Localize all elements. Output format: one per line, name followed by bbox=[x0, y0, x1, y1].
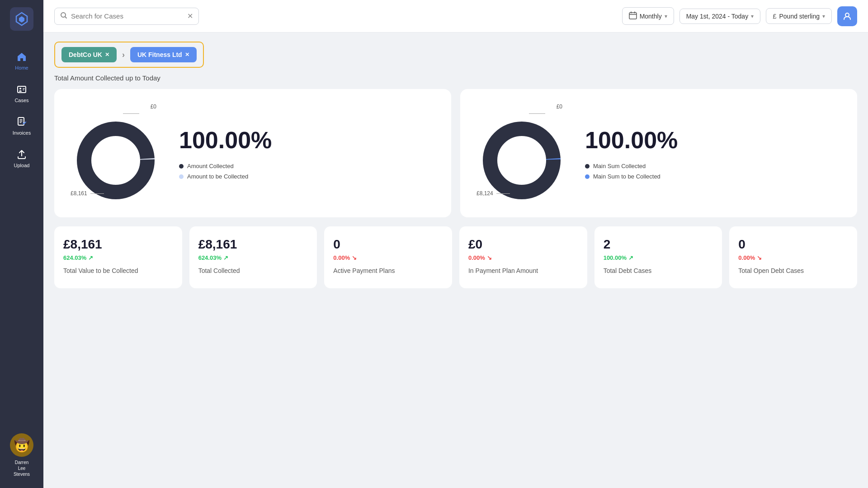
stat-label-0: Total Value to be Collected bbox=[63, 267, 173, 276]
filter-pill-ukfitness[interactable]: UK Fitness Ltd ✕ bbox=[130, 47, 197, 62]
stat-change-value-1: 624.03% bbox=[198, 254, 222, 261]
chart1-legend-item-0: Amount Collected bbox=[179, 163, 435, 169]
stat-card-1: £8,161 624.03% ↗ Total Collected bbox=[189, 226, 317, 288]
stat-change-value-0: 624.03% bbox=[63, 254, 86, 261]
stat-change-4: 100.00% ↗ bbox=[604, 254, 713, 261]
chart2-percentage: 100.00% bbox=[585, 127, 841, 154]
currency-dropdown[interactable]: £ Pound sterling ▾ bbox=[766, 8, 832, 24]
stat-label-5: Total Open Debt Cases bbox=[738, 267, 848, 276]
stat-value-3: £0 bbox=[468, 237, 578, 252]
stat-value-1: £8,161 bbox=[198, 237, 308, 252]
donut-svg-1 bbox=[75, 120, 156, 201]
sidebar: Home Cases Invoices bbox=[0, 0, 43, 488]
filter-row: DebtCo UK ✕ › UK Fitness Ltd ✕ bbox=[54, 42, 857, 68]
stat-change-arrow-2: ↘ bbox=[352, 254, 357, 261]
stat-card-3: £0 0.00% ↘ In Payment Plan Amount bbox=[459, 226, 587, 288]
chart-card-2: £0 £8,124 100.00% bbox=[460, 89, 857, 217]
filter-pill-debtco-close-icon[interactable]: ✕ bbox=[105, 52, 109, 58]
date-range-dropdown[interactable]: May 1st, 2024 - Today ▾ bbox=[679, 9, 760, 24]
svg-point-7 bbox=[84, 129, 147, 192]
stat-change-value-2: 0.00% bbox=[333, 254, 350, 261]
stat-change-5: 0.00% ↘ bbox=[738, 254, 848, 261]
stat-value-2: 0 bbox=[333, 237, 443, 252]
sidebar-item-invoices[interactable]: Invoices bbox=[0, 110, 43, 141]
stat-change-value-4: 100.00% bbox=[604, 254, 627, 261]
chart1-legend-dot-1 bbox=[179, 174, 184, 179]
avatar: 🤠 bbox=[10, 433, 33, 457]
stat-value-5: 0 bbox=[738, 237, 848, 252]
upload-icon bbox=[15, 148, 28, 161]
date-range-chevron-icon: ▾ bbox=[751, 13, 754, 19]
calendar-icon bbox=[629, 11, 637, 21]
chart2-info: 100.00% Main Sum Collected Main Sum to b… bbox=[585, 127, 841, 180]
charts-row: £0 £8,161 100.00% bbox=[54, 89, 857, 217]
stat-change-arrow-5: ↘ bbox=[757, 254, 762, 261]
invoices-icon bbox=[15, 116, 28, 128]
logo-icon bbox=[10, 7, 33, 31]
chart-card-1: £0 £8,161 100.00% bbox=[54, 89, 451, 217]
chart1-legend-item-1: Amount to be Collected bbox=[179, 173, 435, 180]
stat-change-value-3: 0.00% bbox=[468, 254, 485, 261]
filter-pill-debtco[interactable]: DebtCo UK ✕ bbox=[61, 47, 117, 62]
chart2-legend-dot-0 bbox=[585, 164, 590, 169]
stat-change-arrow-1: ↗ bbox=[223, 254, 228, 261]
filter-pill-ukfitness-label: UK Fitness Ltd bbox=[137, 51, 182, 58]
main-content: ✕ Monthly ▾ May 1st, 2024 - Today ▾ bbox=[43, 0, 868, 488]
stat-label-2: Active Payment Plans bbox=[333, 267, 443, 276]
chart1-legend-label-1: Amount to be Collected bbox=[187, 173, 248, 180]
sidebar-item-home[interactable]: Home bbox=[0, 45, 43, 76]
stat-change-value-5: 0.00% bbox=[738, 254, 755, 261]
sidebar-item-cases[interactable]: Cases bbox=[0, 78, 43, 108]
stat-label-3: In Payment Plan Amount bbox=[468, 267, 578, 276]
currency-label: Pound sterling bbox=[779, 13, 820, 20]
topbar-controls: Monthly ▾ May 1st, 2024 - Today ▾ £ Poun… bbox=[622, 6, 857, 26]
user-profile-section[interactable]: 🤠 Darren Lee Stevens bbox=[10, 433, 33, 481]
search-box[interactable]: ✕ bbox=[54, 8, 199, 25]
stats-row: £8,161 624.03% ↗ Total Value to be Colle… bbox=[54, 226, 857, 288]
sidebar-logo bbox=[10, 7, 33, 33]
section-title: Total Amount Collected up to Today bbox=[54, 74, 857, 82]
arrow-icon: › bbox=[122, 50, 125, 60]
sidebar-item-upload[interactable]: Upload bbox=[0, 143, 43, 174]
clear-search-button[interactable]: ✕ bbox=[187, 12, 193, 20]
chart2-bottom-label: £8,124 bbox=[476, 190, 510, 197]
monthly-label: Monthly bbox=[640, 13, 662, 20]
chart2-legend-item-0: Main Sum Collected bbox=[585, 163, 841, 169]
filter-pill-ukfitness-close-icon[interactable]: ✕ bbox=[185, 52, 189, 58]
stat-value-4: 2 bbox=[604, 237, 713, 252]
stat-change-arrow-4: ↗ bbox=[628, 254, 633, 261]
chart2-legend-label-0: Main Sum Collected bbox=[593, 163, 646, 169]
monthly-dropdown[interactable]: Monthly ▾ bbox=[622, 7, 674, 25]
currency-symbol-icon: £ bbox=[773, 12, 776, 20]
stat-card-0: £8,161 624.03% ↗ Total Value to be Colle… bbox=[54, 226, 182, 288]
svg-rect-5 bbox=[629, 13, 637, 19]
stat-card-2: 0 0.00% ↘ Active Payment Plans bbox=[324, 226, 452, 288]
filter-pill-debtco-label: DebtCo UK bbox=[69, 51, 102, 58]
chart2-legend-item-1: Main Sum to be Collected bbox=[585, 173, 841, 180]
chart1-legend-dot-0 bbox=[179, 164, 184, 169]
stat-label-4: Total Debt Cases bbox=[604, 267, 713, 276]
stat-change-2: 0.00% ↘ bbox=[333, 254, 443, 261]
currency-chevron-icon: ▾ bbox=[822, 13, 825, 19]
svg-point-2 bbox=[19, 88, 21, 89]
stat-card-5: 0 0.00% ↘ Total Open Debt Cases bbox=[729, 226, 857, 288]
svg-point-9 bbox=[490, 129, 553, 192]
filter-pills-container: DebtCo UK ✕ › UK Fitness Ltd ✕ bbox=[54, 42, 204, 68]
sidebar-item-label-upload: Upload bbox=[14, 163, 30, 168]
topbar: ✕ Monthly ▾ May 1st, 2024 - Today ▾ bbox=[43, 0, 868, 33]
stat-change-1: 624.03% ↗ bbox=[198, 254, 308, 261]
cases-icon bbox=[15, 83, 28, 96]
donut-chart-2: £0 £8,124 bbox=[476, 103, 567, 203]
chart1-percentage: 100.00% bbox=[179, 127, 435, 154]
stat-change-3: 0.00% ↘ bbox=[468, 254, 578, 261]
search-input[interactable] bbox=[71, 12, 184, 20]
svg-rect-1 bbox=[18, 86, 26, 93]
chart1-bottom-label: £8,161 bbox=[71, 190, 104, 197]
sidebar-item-label-cases: Cases bbox=[14, 98, 28, 103]
user-avatar-button[interactable] bbox=[837, 6, 857, 26]
chart2-legend: Main Sum Collected Main Sum to be Collec… bbox=[585, 163, 841, 180]
stat-label-1: Total Collected bbox=[198, 267, 308, 276]
chart1-top-label: £0 bbox=[151, 103, 156, 110]
chart1-legend-label-0: Amount Collected bbox=[187, 163, 234, 169]
content-area: DebtCo UK ✕ › UK Fitness Ltd ✕ Total Amo… bbox=[43, 33, 868, 488]
